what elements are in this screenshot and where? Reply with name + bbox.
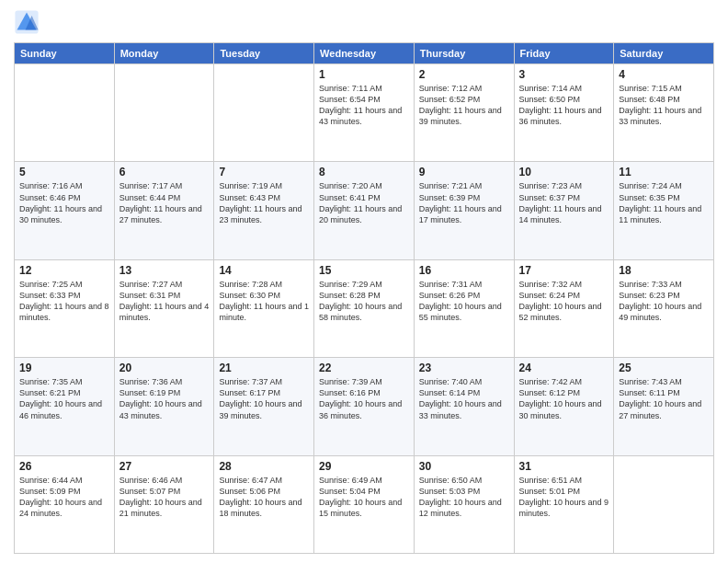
page: SundayMondayTuesdayWednesdayThursdayFrid… [0,0,728,563]
day-info: Sunrise: 7:25 AM Sunset: 6:33 PM Dayligh… [19,279,109,324]
day-info: Sunrise: 7:28 AM Sunset: 6:30 PM Dayligh… [219,279,309,324]
calendar-cell: 8Sunrise: 7:20 AM Sunset: 6:41 PM Daylig… [314,162,415,259]
calendar-cell [114,64,214,162]
day-number: 18 [619,264,709,277]
calendar-cell: 21Sunrise: 7:37 AM Sunset: 6:17 PM Dayli… [214,358,314,455]
day-number: 29 [319,460,409,473]
calendar-cell: 22Sunrise: 7:39 AM Sunset: 6:16 PM Dayli… [314,358,415,455]
calendar-cell: 3Sunrise: 7:14 AM Sunset: 6:50 PM Daylig… [514,64,614,162]
day-info: Sunrise: 7:20 AM Sunset: 6:41 PM Dayligh… [319,180,409,225]
calendar-cell: 30Sunrise: 6:50 AM Sunset: 5:03 PM Dayli… [414,455,514,553]
calendar-body: 1Sunrise: 7:11 AM Sunset: 6:54 PM Daylig… [15,64,714,554]
day-number: 9 [419,166,509,178]
day-info: Sunrise: 7:33 AM Sunset: 6:23 PM Dayligh… [619,279,709,324]
day-info: Sunrise: 6:46 AM Sunset: 5:07 PM Dayligh… [119,475,210,520]
day-info: Sunrise: 7:29 AM Sunset: 6:28 PM Dayligh… [319,279,409,324]
day-info: Sunrise: 7:31 AM Sunset: 6:26 PM Dayligh… [419,279,509,324]
day-number: 10 [519,166,609,178]
calendar-cell: 25Sunrise: 7:43 AM Sunset: 6:11 PM Dayli… [614,358,714,455]
day-number: 11 [619,166,709,178]
day-info: Sunrise: 6:49 AM Sunset: 5:04 PM Dayligh… [319,475,409,520]
day-number: 5 [19,166,109,178]
header [14,9,714,35]
header-day-monday: Monday [114,43,214,64]
calendar-cell: 7Sunrise: 7:19 AM Sunset: 6:43 PM Daylig… [214,162,314,259]
day-info: Sunrise: 6:51 AM Sunset: 5:01 PM Dayligh… [519,475,609,520]
calendar-cell: 6Sunrise: 7:17 AM Sunset: 6:44 PM Daylig… [114,162,214,259]
day-number: 23 [419,362,509,374]
day-number: 7 [219,166,309,178]
day-number: 22 [319,362,409,374]
day-number: 31 [519,460,609,473]
day-number: 14 [219,264,309,277]
calendar-cell: 1Sunrise: 7:11 AM Sunset: 6:54 PM Daylig… [314,64,415,162]
calendar-cell: 14Sunrise: 7:28 AM Sunset: 6:30 PM Dayli… [214,259,314,357]
day-number: 2 [419,68,509,81]
day-number: 13 [119,264,210,277]
header-row: SundayMondayTuesdayWednesdayThursdayFrid… [15,43,714,64]
day-number: 4 [619,68,709,81]
week-row-2: 5Sunrise: 7:16 AM Sunset: 6:46 PM Daylig… [15,162,714,259]
calendar-cell: 17Sunrise: 7:32 AM Sunset: 6:24 PM Dayli… [514,259,614,357]
header-day-wednesday: Wednesday [314,43,415,64]
day-number: 27 [119,460,210,473]
day-info: Sunrise: 7:16 AM Sunset: 6:46 PM Dayligh… [19,180,109,225]
day-info: Sunrise: 7:23 AM Sunset: 6:37 PM Dayligh… [519,180,609,225]
day-info: Sunrise: 7:24 AM Sunset: 6:35 PM Dayligh… [619,180,709,225]
calendar-cell: 26Sunrise: 6:44 AM Sunset: 5:09 PM Dayli… [15,455,115,553]
day-info: Sunrise: 6:44 AM Sunset: 5:09 PM Dayligh… [19,475,109,520]
calendar-header: SundayMondayTuesdayWednesdayThursdayFrid… [15,43,714,64]
day-info: Sunrise: 6:47 AM Sunset: 5:06 PM Dayligh… [219,475,309,520]
day-info: Sunrise: 7:39 AM Sunset: 6:16 PM Dayligh… [319,376,409,421]
calendar-cell: 13Sunrise: 7:27 AM Sunset: 6:31 PM Dayli… [114,259,214,357]
calendar-cell: 24Sunrise: 7:42 AM Sunset: 6:12 PM Dayli… [514,358,614,455]
day-info: Sunrise: 7:43 AM Sunset: 6:11 PM Dayligh… [619,376,709,421]
calendar-cell: 28Sunrise: 6:47 AM Sunset: 5:06 PM Dayli… [214,455,314,553]
calendar-cell: 5Sunrise: 7:16 AM Sunset: 6:46 PM Daylig… [15,162,115,259]
calendar-cell: 18Sunrise: 7:33 AM Sunset: 6:23 PM Dayli… [614,259,714,357]
day-info: Sunrise: 7:14 AM Sunset: 6:50 PM Dayligh… [519,83,609,128]
calendar-cell: 31Sunrise: 6:51 AM Sunset: 5:01 PM Dayli… [514,455,614,553]
day-number: 1 [319,68,409,81]
day-number: 21 [219,362,309,374]
day-number: 3 [519,68,609,81]
day-number: 26 [19,460,109,473]
day-number: 15 [319,264,409,277]
calendar-cell: 19Sunrise: 7:35 AM Sunset: 6:21 PM Dayli… [15,358,115,455]
day-number: 8 [319,166,409,178]
calendar-table: SundayMondayTuesdayWednesdayThursdayFrid… [14,42,714,554]
day-info: Sunrise: 7:15 AM Sunset: 6:48 PM Dayligh… [619,83,709,128]
calendar-cell [614,455,714,553]
calendar-cell: 27Sunrise: 6:46 AM Sunset: 5:07 PM Dayli… [114,455,214,553]
day-number: 19 [19,362,109,374]
calendar-cell: 16Sunrise: 7:31 AM Sunset: 6:26 PM Dayli… [414,259,514,357]
day-info: Sunrise: 7:40 AM Sunset: 6:14 PM Dayligh… [419,376,509,421]
calendar-cell: 11Sunrise: 7:24 AM Sunset: 6:35 PM Dayli… [614,162,714,259]
day-number: 12 [19,264,109,277]
calendar-cell [214,64,314,162]
day-number: 28 [219,460,309,473]
header-day-saturday: Saturday [614,43,714,64]
day-number: 20 [119,362,210,374]
calendar-cell: 4Sunrise: 7:15 AM Sunset: 6:48 PM Daylig… [614,64,714,162]
day-info: Sunrise: 7:12 AM Sunset: 6:52 PM Dayligh… [419,83,509,128]
calendar-cell: 12Sunrise: 7:25 AM Sunset: 6:33 PM Dayli… [15,259,115,357]
header-day-thursday: Thursday [414,43,514,64]
day-info: Sunrise: 6:50 AM Sunset: 5:03 PM Dayligh… [419,475,509,520]
day-number: 17 [519,264,609,277]
day-number: 30 [419,460,509,473]
calendar-cell: 20Sunrise: 7:36 AM Sunset: 6:19 PM Dayli… [114,358,214,455]
logo [14,9,42,35]
logo-icon [14,9,40,35]
day-info: Sunrise: 7:35 AM Sunset: 6:21 PM Dayligh… [19,376,109,421]
header-day-tuesday: Tuesday [214,43,314,64]
header-day-friday: Friday [514,43,614,64]
day-number: 16 [419,264,509,277]
calendar-cell: 10Sunrise: 7:23 AM Sunset: 6:37 PM Dayli… [514,162,614,259]
calendar-cell: 2Sunrise: 7:12 AM Sunset: 6:52 PM Daylig… [414,64,514,162]
day-number: 6 [119,166,210,178]
day-info: Sunrise: 7:19 AM Sunset: 6:43 PM Dayligh… [219,180,309,225]
day-info: Sunrise: 7:37 AM Sunset: 6:17 PM Dayligh… [219,376,309,421]
day-number: 25 [619,362,709,374]
week-row-4: 19Sunrise: 7:35 AM Sunset: 6:21 PM Dayli… [15,358,714,455]
